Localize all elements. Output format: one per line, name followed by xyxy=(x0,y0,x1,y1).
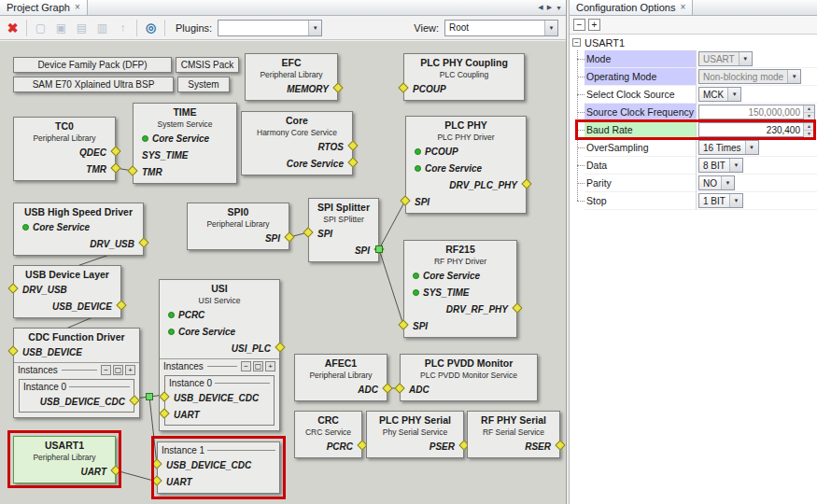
node-subtitle: Peripheral Library xyxy=(246,69,337,80)
spinner-down-icon[interactable]: ▼ xyxy=(804,131,814,137)
graph-node-plc-phy[interactable]: PLC PHYPLC PHY DriverPCOUPCore ServiceDR… xyxy=(405,116,527,214)
port-diamond-icon[interactable] xyxy=(159,391,169,401)
config-value-cell: 230,400▲▼ xyxy=(697,121,817,139)
new-view-icon[interactable]: ▢ xyxy=(32,19,49,36)
graph-node-crc[interactable]: CRCCRC ServicePCRC xyxy=(294,411,362,458)
config-row-parity: ParityNO▼ xyxy=(570,175,817,192)
node-item-rser: RSER xyxy=(468,438,559,455)
graph-node-instance-1[interactable]: Instance 1USB_DEVICE_CDCUART xyxy=(157,441,280,494)
config-select-select-clock-source[interactable]: MCK▼ xyxy=(698,87,741,102)
config-select-operating-mode[interactable]: Non-blocking mode▼ xyxy=(698,69,801,84)
plugins-select[interactable]: ▼ xyxy=(218,20,322,36)
close-tab-icon[interactable]: × xyxy=(75,3,80,12)
chevron-down-icon: ▼ xyxy=(729,194,742,207)
instance-title: Instance 0 xyxy=(165,377,274,389)
config-select-data[interactable]: 8 BIT▼ xyxy=(698,158,743,173)
collapse-toggle-icon[interactable]: − xyxy=(572,38,581,47)
graph-node-usb-high-speed-driver[interactable]: USB High Speed DriverCore ServiceDRV_USB xyxy=(13,203,144,256)
config-select-parity[interactable]: NO▼ xyxy=(698,175,735,190)
config-label: Select Clock Source xyxy=(585,86,697,104)
spinner-up-icon[interactable]: ▲ xyxy=(804,105,814,113)
export-view-icon[interactable]: ▥ xyxy=(93,19,111,36)
graph-node-cmsis-pack[interactable]: CMSIS Pack xyxy=(176,57,239,73)
node-item-core-service: Core Service xyxy=(134,130,236,147)
tree-connector xyxy=(570,139,585,157)
tree-connector xyxy=(570,175,585,192)
center-view-icon[interactable]: ◎ xyxy=(142,19,160,36)
collapse-all-button[interactable]: − xyxy=(573,19,585,31)
expand-all-button[interactable]: + xyxy=(588,19,600,31)
instances-grid-icon[interactable]: ▢ xyxy=(253,361,263,371)
graph-node-cdc-function-driver[interactable]: CDC Function DriverUSB_DEVICEInstances−▢… xyxy=(13,328,140,418)
config-row-data: Data8 BIT▼ xyxy=(570,157,817,175)
graph-node-spi0[interactable]: SPI0Peripheral LibrarySPI xyxy=(187,203,289,250)
graph-node-plc-phy-serial[interactable]: PLC PHY SerialPhy Serial ServicePSER xyxy=(366,411,464,458)
tab-list-icon[interactable]: ▼ xyxy=(556,5,562,11)
close-tab-icon[interactable]: × xyxy=(680,3,685,12)
spinner-buttons[interactable]: ▲▼ xyxy=(803,123,814,136)
config-root-row[interactable]: − USART1 xyxy=(570,35,817,50)
item-label: UART xyxy=(80,467,106,477)
node-subtitle: RF PHY Driver xyxy=(404,256,516,267)
graph-toolbar: ✖ ▢ ▣ ▤ ▥ ↑ ◎ Plugins: ▼ View: Root ▼ xyxy=(0,16,566,40)
remove-instance-icon[interactable]: − xyxy=(101,365,111,375)
config-spinner-source-clock-frequency[interactable]: 150,000,000▲▼ xyxy=(698,105,815,119)
view-select-value: Root xyxy=(445,22,544,33)
item-label: Core Service xyxy=(152,133,209,144)
tab-configuration-options[interactable]: Configuration Options × xyxy=(570,0,693,15)
spinner-buttons[interactable]: ▲▼ xyxy=(803,105,814,119)
move-up-icon[interactable]: ↑ xyxy=(114,19,132,36)
duplicate-view-icon[interactable]: ▤ xyxy=(73,19,91,36)
graph-canvas[interactable]: Device Family Pack (DFP)CMSIS PackSAM E7… xyxy=(0,41,566,504)
graph-node-rf215[interactable]: RF215RF PHY DriverCore ServiceSYS_TIMEDR… xyxy=(403,240,517,338)
copy-view-icon[interactable]: ▣ xyxy=(52,19,70,36)
remove-instance-icon[interactable]: − xyxy=(241,361,251,371)
graph-node-core[interactable]: CoreHarmony Core ServiceRTOSCore Service xyxy=(241,111,353,175)
node-item-usb-device: USB_DEVICE xyxy=(14,298,120,315)
tree-stub xyxy=(577,112,585,113)
graph-node-rf-phy-serial[interactable]: RF PHY SerialRF Serial ServiceRSER xyxy=(467,411,560,458)
delete-component-icon[interactable]: ✖ xyxy=(4,19,21,36)
graph-node-afec1[interactable]: AFEC1Peripheral LibraryADC xyxy=(294,354,387,401)
add-instance-icon[interactable]: + xyxy=(265,361,275,371)
port-diamond-icon[interactable] xyxy=(159,408,169,418)
config-select-oversampling[interactable]: 16 Times▼ xyxy=(698,140,759,155)
spinner-up-icon[interactable]: ▲ xyxy=(804,123,814,131)
graph-node-usart1[interactable]: USART1Peripheral LibraryUART xyxy=(13,436,116,483)
node-item-rtos: RTOS xyxy=(242,138,352,155)
spinner-down-icon[interactable]: ▼ xyxy=(804,113,814,119)
instances-grid-icon[interactable]: ▢ xyxy=(113,365,123,375)
node-title: SPI0 xyxy=(188,205,289,218)
chevron-down-icon: ▼ xyxy=(544,21,557,35)
graph-node-sam-e70-xplained-ultra-bsp[interactable]: SAM E70 Xplained Ultra BSP xyxy=(13,77,174,92)
graph-node-efc[interactable]: EFCPeripheral LibraryMEMORY xyxy=(245,53,338,101)
config-select-stop[interactable]: 1 BIT▼ xyxy=(698,193,743,208)
graph-node-time[interactable]: TIMESystem ServiceCore ServiceSYS_TIMETM… xyxy=(133,103,237,184)
graph-node-usb-device-layer[interactable]: USB Device LayerDRV_USBUSB_DEVICE xyxy=(13,265,121,318)
graph-node-tc0[interactable]: TC0Peripheral LibraryQDECTMR xyxy=(13,117,116,181)
graph-node-device-family-pack[interactable]: Device Family Pack (DFP) xyxy=(13,57,172,73)
item-label: PSER xyxy=(430,441,455,452)
node-title: AFEC1 xyxy=(295,357,387,370)
config-select-mode[interactable]: USART▼ xyxy=(698,51,753,66)
graph-node-plc-pvdd-monitor[interactable]: PLC PVDD MonitorPLC PVDD Monitor Service… xyxy=(400,354,538,401)
port-diamond-icon[interactable] xyxy=(129,395,139,405)
node-title: USI xyxy=(160,282,279,295)
item-label: RSER xyxy=(525,441,551,452)
node-item-drv-rf-phy: DRV_RF_PHY xyxy=(404,301,516,317)
add-instance-icon[interactable]: + xyxy=(125,365,135,375)
config-label: OverSampling xyxy=(585,139,697,157)
item-label: Core Service xyxy=(423,271,480,281)
item-label: MEMORY xyxy=(287,84,329,94)
scroll-tabs-left-icon[interactable]: ◀ xyxy=(538,4,542,11)
graph-node-system[interactable]: System xyxy=(177,77,230,92)
scroll-tabs-right-icon[interactable]: ▶ xyxy=(547,4,552,11)
graph-node-plc-phy-coupling[interactable]: PLC PHY CouplingPLC CouplingPCOUP xyxy=(403,53,525,101)
item-label: DRV_PLC_PHY xyxy=(449,180,517,190)
graph-node-spi-splitter[interactable]: SPI SplitterSPI SPlitterSPISPI xyxy=(308,198,379,262)
node-item-core-service: Core Service xyxy=(406,160,526,176)
view-select[interactable]: Root ▼ xyxy=(444,20,558,36)
tab-project-graph[interactable]: Project Graph × xyxy=(0,0,88,15)
graph-node-usi[interactable]: USIUSI ServicePCRCCore ServiceUSI_PLCIns… xyxy=(159,279,280,431)
config-spinner-baud-rate[interactable]: 230,400▲▼ xyxy=(698,122,815,137)
